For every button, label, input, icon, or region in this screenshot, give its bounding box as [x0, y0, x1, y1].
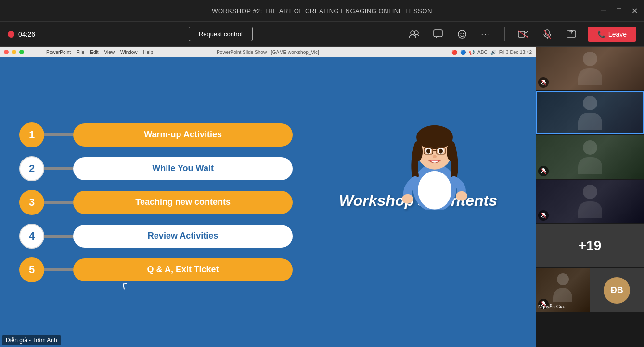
record-indicator: 04:26 — [8, 30, 35, 38]
participants-icon[interactable] — [406, 27, 422, 42]
nguyen-gia-tile: Nguyễn Gia... — [536, 268, 590, 312]
phone-icon: 📞 — [597, 30, 605, 38]
participant-avatar-3 — [576, 140, 605, 174]
item-connector-4 — [44, 235, 73, 238]
svg-point-1 — [414, 31, 418, 35]
svg-point-5 — [463, 33, 464, 34]
ppt-icon-1: 🔴 — [451, 50, 457, 55]
divider — [504, 27, 505, 41]
ppt-icon-3: 📢 — [469, 50, 475, 55]
ppt-menu: PowerPoint File Edit View Window Help — [46, 50, 153, 55]
mic-toggle-icon[interactable] — [540, 27, 555, 42]
participant-avatar-1 — [576, 52, 605, 85]
svg-point-25 — [433, 155, 437, 158]
record-dot — [8, 31, 14, 38]
request-control-button[interactable]: Request control — [189, 27, 253, 41]
mute-icon-4 — [538, 210, 549, 221]
item-number-5: 5 — [19, 257, 44, 282]
record-time: 04:26 — [18, 30, 35, 38]
item-label-3: Teaching new contents — [73, 191, 293, 214]
slide-item-1: 1 Warm-up Activities — [19, 122, 293, 147]
more-count: +19 — [579, 238, 602, 254]
participant-video-2 — [537, 92, 643, 133]
mute-icon-1 — [538, 77, 549, 88]
avatar-character — [401, 113, 468, 209]
mac-maximize-dot[interactable] — [19, 50, 24, 54]
svg-point-27 — [456, 191, 467, 200]
close-button[interactable]: ✕ — [630, 6, 639, 15]
mac-minimize-dot[interactable] — [12, 50, 16, 54]
bottom-participants-row: Nguyễn Gia... ĐB — [536, 268, 644, 312]
more-participants-tile: +19 — [536, 224, 644, 267]
slide-items: 1 Warm-up Activities 2 While You Wait 3 … — [19, 122, 293, 282]
mute-icon-3 — [538, 166, 549, 176]
svg-point-4 — [460, 33, 461, 34]
window-controls[interactable]: ─ □ ✕ — [599, 6, 639, 15]
item-number-4: 4 — [19, 224, 44, 249]
participant-video-3 — [536, 135, 644, 179]
participant-avatar-4 — [576, 185, 605, 218]
ppt-menu-file[interactable]: File — [77, 50, 84, 55]
toolbar: 04:26 Request control — [0, 22, 644, 47]
svg-point-15 — [416, 125, 453, 149]
slide-item-4: 4 Review Activities — [19, 224, 293, 249]
ppt-menu-edit[interactable]: Edit — [90, 50, 98, 55]
minimize-button[interactable]: ─ — [599, 6, 608, 15]
chat-icon[interactable] — [430, 27, 446, 42]
item-label-2: While You Wait — [73, 157, 293, 180]
nguyen-gia-name: Nguyễn Gia... — [538, 304, 568, 309]
svg-point-21 — [439, 148, 443, 153]
toolbar-right: ··· 📞 Leave — [406, 27, 636, 42]
svg-point-0 — [411, 31, 414, 35]
participant-tile-3 — [536, 135, 644, 179]
maximize-button[interactable]: □ — [614, 6, 624, 15]
ppt-menu-window[interactable]: Window — [120, 50, 138, 55]
mac-close-dot[interactable] — [4, 50, 9, 54]
leave-button[interactable]: 📞 Leave — [588, 27, 636, 42]
item-connector-5 — [44, 268, 73, 271]
participants-panel: +19 Nguyễn Gia... ĐB — [536, 47, 644, 347]
ppt-clock: Fri 3 Dec 13:42 — [499, 50, 532, 55]
svg-point-26 — [402, 194, 413, 203]
presenter-label: Diễn giả - Trâm Anh — [2, 335, 61, 345]
video-toggle-icon[interactable] — [515, 27, 531, 42]
item-connector-1 — [44, 133, 73, 136]
participant-tile-1 — [536, 47, 644, 90]
item-number-3: 3 — [19, 190, 44, 215]
participant-video-4 — [536, 180, 644, 223]
item-connector-2 — [44, 167, 73, 170]
ppt-icon-5: 🔊 — [490, 50, 496, 55]
participant-tile-4 — [536, 180, 644, 223]
leave-label: Leave — [608, 30, 627, 38]
svg-rect-2 — [434, 30, 442, 37]
more-options-icon[interactable]: ··· — [478, 27, 494, 42]
share-screen-icon[interactable] — [564, 27, 579, 42]
main-area: PowerPoint File Edit View Window Help Po… — [0, 47, 644, 347]
reactions-icon[interactable] — [454, 27, 470, 42]
slide-content: 1 Warm-up Activities 2 While You Wait 3 … — [0, 57, 536, 347]
slide-area: PowerPoint File Edit View Window Help Po… — [0, 47, 536, 347]
workshop-contents: Workshop's Contents — [339, 191, 497, 209]
item-label-1: Warm-up Activities — [73, 123, 293, 147]
item-label-5: Q & A, Exit Ticket — [73, 258, 293, 281]
db-participant-tile: ĐB — [590, 268, 644, 312]
participant-avatar-2 — [576, 96, 605, 130]
slide-item-3: 3 Teaching new contents — [19, 190, 293, 215]
ppt-title: PowerPoint Slide Show - [GAME workshop_V… — [217, 50, 319, 55]
ppt-topbar: PowerPoint File Edit View Window Help Po… — [0, 47, 536, 57]
participant-video-1 — [536, 47, 644, 90]
db-avatar: ĐB — [604, 277, 630, 304]
item-connector-3 — [44, 201, 73, 204]
item-label-4: Review Activities — [73, 225, 293, 248]
title-bar: WORKSHOP #2: THE ART OF CREATING ENGAGIN… — [0, 0, 644, 22]
ppt-menu-powerpoint[interactable]: PowerPoint — [46, 50, 71, 55]
nguyen-gia-avatar — [548, 273, 577, 307]
ppt-menu-help[interactable]: Help — [143, 50, 154, 55]
ppt-menu-view[interactable]: View — [104, 50, 115, 55]
toolbar-center: Request control — [41, 27, 400, 41]
cursor-indicator — [123, 283, 128, 289]
item-number-1: 1 — [19, 122, 44, 147]
slide-item-5: 5 Q & A, Exit Ticket — [19, 257, 293, 282]
item-number-2: 2 — [19, 156, 44, 181]
window-title: WORKSHOP #2: THE ART OF CREATING ENGAGIN… — [212, 7, 432, 14]
